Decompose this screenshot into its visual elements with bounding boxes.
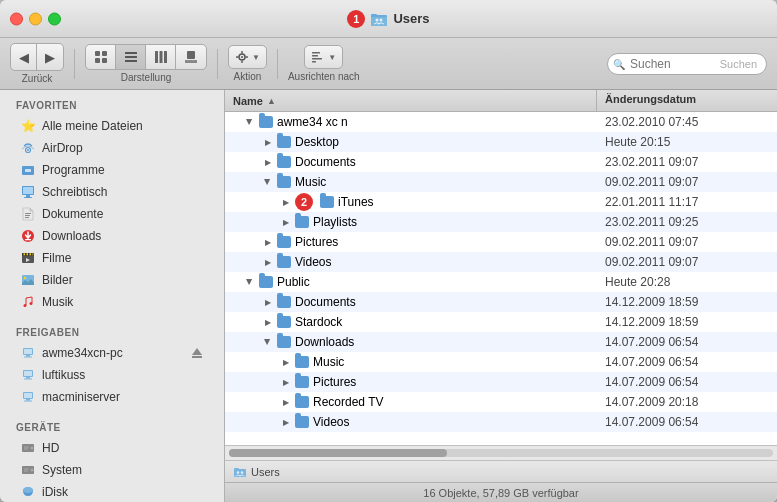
table-row[interactable]: ▶ Stardock 14.12.2009 18:59 [225, 312, 777, 332]
table-row[interactable]: ▶ Documents 14.12.2009 18:59 [225, 292, 777, 312]
sidebar-item-luftikuss[interactable]: luftikuss [4, 364, 220, 386]
folder-icon [320, 196, 334, 208]
table-row[interactable]: ▶ Playlists 23.02.2011 09:25 [225, 212, 777, 232]
expand-arrow[interactable]: ▶ [263, 317, 273, 327]
expand-arrow[interactable]: ▶ [263, 237, 273, 247]
row-name: ▶ Documents [225, 153, 597, 171]
back-button[interactable]: ◀ [11, 44, 37, 70]
row-date: 23.02.2011 09:25 [597, 213, 777, 231]
sidebar: FAVORITEN Alle meine Dateien AirD [0, 90, 225, 502]
sidebar-item-awme34xcn-pc[interactable]: awme34xcn-pc [4, 342, 220, 364]
table-row[interactable]: ▶ Documents 23.02.2011 09:07 [225, 152, 777, 172]
allfiles-label: Alle meine Dateien [42, 119, 204, 133]
sidebar-item-music[interactable]: Musik [4, 291, 220, 313]
expand-arrow[interactable]: ▶ [263, 177, 273, 187]
sidebar-item-movies[interactable]: Filme [4, 247, 220, 269]
table-row[interactable]: ▶ Recorded TV 14.07.2009 20:18 [225, 392, 777, 412]
close-button[interactable] [10, 12, 23, 25]
scrollbar-track[interactable] [229, 449, 773, 457]
status-bar: 16 Objekte, 57,89 GB verfügbar [225, 482, 777, 502]
sidebar-item-hd[interactable]: HD [4, 437, 220, 459]
music-label: Musik [42, 295, 204, 309]
svg-rect-9 [125, 52, 137, 54]
table-row[interactable]: ▶ Music 14.07.2009 06:54 [225, 352, 777, 372]
table-row[interactable]: ▶ Videos 09.02.2011 09:07 [225, 252, 777, 272]
expand-arrow[interactable]: ▶ [281, 217, 291, 227]
table-row[interactable]: ▶ Pictures 14.07.2009 06:54 [225, 372, 777, 392]
sidebar-item-macminiserver[interactable]: macminiserver [4, 386, 220, 408]
eject-icon-1[interactable] [190, 346, 204, 360]
svg-rect-6 [102, 51, 107, 56]
table-row[interactable]: ▶ Pictures 09.02.2011 09:07 [225, 232, 777, 252]
scrollbar-thumb[interactable] [229, 449, 447, 457]
row-name: ▶ Pictures [225, 233, 597, 251]
folder-icon [277, 156, 291, 168]
aktion-button[interactable]: ▼ [228, 45, 267, 69]
col-name-header[interactable]: Name ▲ [225, 90, 597, 111]
expand-arrow[interactable]: ▶ [281, 397, 291, 407]
view-list-button[interactable] [116, 45, 146, 69]
row-name: ▶ awme34 xc n [225, 113, 597, 131]
table-row[interactable]: ▶ Desktop Heute 20:15 [225, 132, 777, 152]
expand-arrow[interactable]: ▶ [263, 137, 273, 147]
svg-rect-12 [155, 51, 158, 63]
sidebar-item-allfiles[interactable]: Alle meine Dateien [4, 115, 220, 137]
sidebar-item-desktop[interactable]: Schreibtisch [4, 181, 220, 203]
table-row[interactable]: ▶ Videos 14.07.2009 06:54 [225, 412, 777, 432]
view-cover-button[interactable] [176, 45, 206, 69]
folder-icon [259, 116, 273, 128]
view-grid-button[interactable] [86, 45, 116, 69]
svg-rect-44 [24, 253, 26, 255]
svg-rect-37 [25, 213, 31, 214]
expand-arrow[interactable]: ▶ [263, 297, 273, 307]
sidebar-item-programs[interactable]: Programme [4, 159, 220, 181]
row-date: 14.12.2009 18:59 [597, 313, 777, 331]
cover-view-icon [184, 50, 198, 64]
window: 1 Users ◀ ▶ [0, 0, 777, 502]
svg-point-4 [380, 18, 383, 21]
expand-arrow[interactable]: ▶ [281, 417, 291, 427]
list-view-icon [124, 50, 138, 64]
sidebar-item-docs[interactable]: Dokumente [4, 203, 220, 225]
expand-arrow[interactable]: ▶ [281, 357, 291, 367]
sidebar-item-idisk[interactable]: iDisk [4, 481, 220, 502]
row-name: ▶ Public [225, 273, 597, 291]
sidebar-item-downloads[interactable]: Downloads [4, 225, 220, 247]
sidebar-item-pictures[interactable]: Bilder [4, 269, 220, 291]
row-name: ▶ Music [225, 173, 597, 191]
expand-arrow[interactable]: ▶ [263, 257, 273, 267]
path-item-users[interactable]: Users [251, 466, 280, 478]
minimize-button[interactable] [29, 12, 42, 25]
expand-arrow[interactable]: ▶ [281, 377, 291, 387]
shared-section: FREIGABEN awme34xcn-pc [0, 317, 224, 412]
svg-rect-1 [371, 17, 387, 26]
folder-icon [277, 256, 291, 268]
pictures-icon [20, 272, 36, 288]
expand-arrow[interactable]: ▶ [263, 157, 273, 167]
table-row[interactable]: ▶ Public Heute 20:28 [225, 272, 777, 292]
sidebar-item-system[interactable]: System [4, 459, 220, 481]
expand-arrow[interactable]: ▶ [263, 337, 273, 347]
svg-rect-22 [241, 61, 242, 64]
forward-button[interactable]: ▶ [37, 44, 63, 70]
svg-rect-45 [27, 253, 29, 255]
maximize-button[interactable] [48, 12, 61, 25]
row-date: 14.07.2009 20:18 [597, 393, 777, 411]
expand-arrow[interactable]: ▶ [245, 277, 255, 287]
programs-label: Programme [42, 163, 204, 177]
table-row[interactable]: ▶ awme34 xc n 23.02.2010 07:45 [225, 112, 777, 132]
folder-icon [277, 236, 291, 248]
folder-icon [277, 336, 291, 348]
ausrichten-button[interactable]: ▼ [304, 45, 343, 69]
expand-arrow[interactable]: ▶ [281, 197, 291, 207]
col-date-header[interactable]: Änderungsdatum [597, 90, 777, 111]
svg-rect-55 [24, 357, 32, 358]
table-row[interactable]: ▶ Downloads 14.07.2009 06:54 [225, 332, 777, 352]
table-row[interactable]: ▶ 2 iTunes 22.01.2011 11:17 [225, 192, 777, 212]
table-row[interactable]: ▶ Music 09.02.2011 09:07 [225, 172, 777, 192]
window-title: Users [393, 11, 429, 26]
sidebar-item-airdrop[interactable]: AirDrop [4, 137, 220, 159]
view-column-button[interactable] [146, 45, 176, 69]
svg-point-20 [241, 56, 243, 58]
expand-arrow[interactable]: ▶ [245, 117, 255, 127]
